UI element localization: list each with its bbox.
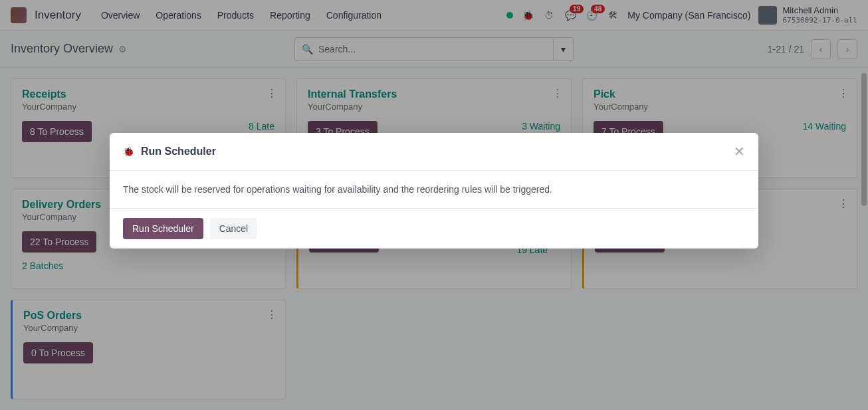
modal-body: The stock will be reserved for operation… [110,171,758,208]
modal-header: 🐞 Run Scheduler ✕ [110,133,758,171]
modal-footer: Run Scheduler Cancel [110,208,758,249]
run-scheduler-button[interactable]: Run Scheduler [123,218,203,239]
cancel-button[interactable]: Cancel [210,218,258,239]
close-icon[interactable]: ✕ [734,144,745,159]
bug-icon: 🐞 [123,146,134,157]
run-scheduler-modal: 🐞 Run Scheduler ✕ The stock will be rese… [110,133,758,249]
modal-title: Run Scheduler [141,146,216,157]
